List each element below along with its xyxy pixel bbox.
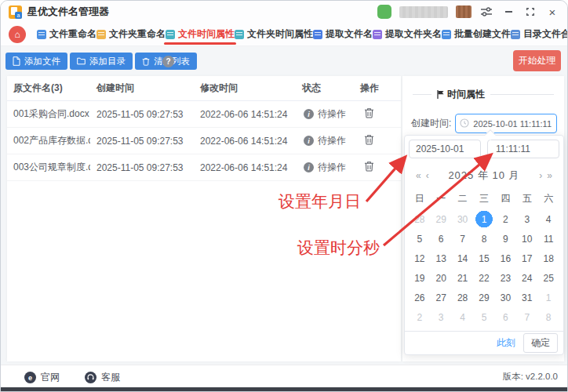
calendar-day[interactable]: 18: [537, 249, 559, 268]
tab[interactable]: 文件重命名: [37, 23, 96, 45]
status-cell: i 待操作: [296, 107, 354, 121]
calendar-day[interactable]: 3: [516, 209, 537, 229]
tab-label: 提取文件名: [326, 27, 373, 41]
calendar-day[interactable]: 22: [473, 268, 494, 288]
calendar-day[interactable]: 21: [452, 268, 473, 288]
tab[interactable]: 提取文件名: [313, 23, 373, 45]
website-link[interactable]: e 官网: [24, 371, 60, 384]
next-month-icon[interactable]: ›: [537, 170, 544, 181]
calendar-day[interactable]: 11: [537, 229, 559, 249]
table-row: 003公司规章制度.docx 2025-11-05 09:27:53 2022-…: [7, 154, 401, 181]
calendar-day[interactable]: 23: [495, 268, 516, 288]
tab-bar-list: 文件重命名 文件夹重命名 文件时间属性 文件夹时间属性 提取文件名 提取文件夹名…: [37, 23, 568, 45]
file-name-cell: 001采购合同.docx: [7, 107, 90, 121]
calendar-day[interactable]: 29: [473, 288, 494, 307]
status-cell: i 待操作: [296, 134, 354, 147]
calendar-day[interactable]: 7: [516, 307, 537, 327]
merge-extract-icon: [511, 30, 520, 39]
folder-time-icon: [235, 30, 244, 39]
now-link[interactable]: 此刻: [497, 336, 515, 350]
status-cell: i 待操作: [296, 161, 354, 174]
calendar-day[interactable]: 15: [473, 249, 494, 268]
prev-month-icon[interactable]: ‹: [424, 170, 431, 181]
calendar-day[interactable]: 4: [537, 209, 559, 229]
toolbar: 添加文件 添加目录 清空列表 ? 开始处理: [1, 46, 567, 76]
footer-bar: e 官网 客服: [1, 365, 567, 390]
weekday-label: 六: [537, 192, 559, 206]
status-badge: 待操作: [318, 134, 346, 147]
calendar-day[interactable]: 5: [409, 229, 430, 249]
close-button[interactable]: ×: [545, 5, 559, 19]
calendar-day[interactable]: 8: [473, 229, 494, 249]
next-year-icon[interactable]: »: [544, 170, 555, 181]
tab-label: 文件夹重命名: [109, 27, 166, 41]
maximize-button[interactable]: [523, 5, 537, 19]
tab[interactable]: 批量创建文件: [442, 23, 511, 45]
calendar-day[interactable]: 29: [431, 209, 452, 229]
calendar-weekdays: 日一二三四五六: [405, 192, 563, 206]
calendar-day[interactable]: 25: [537, 268, 559, 288]
calendar-day[interactable]: 10: [516, 229, 537, 249]
calendar-day[interactable]: 24: [516, 268, 537, 288]
tab[interactable]: 文件夹时间属性: [235, 23, 313, 45]
add-directory-button[interactable]: 添加目录: [70, 53, 133, 70]
calendar-day[interactable]: 5: [473, 307, 494, 327]
tab[interactable]: 目录文件合并/提取: [511, 23, 568, 45]
calendar-day[interactable]: 1: [537, 288, 559, 307]
calendar-day[interactable]: 16: [495, 249, 516, 268]
calendar-day[interactable]: 31: [516, 288, 537, 307]
calendar-day[interactable]: 6: [495, 307, 516, 327]
calendar-day[interactable]: 2: [495, 209, 516, 229]
calendar-day[interactable]: 19: [409, 268, 430, 288]
calendar-day[interactable]: 28: [452, 288, 473, 307]
minimize-button[interactable]: [501, 5, 515, 19]
add-file-button[interactable]: 添加文件: [5, 53, 67, 70]
calendar-day[interactable]: 9: [495, 229, 516, 249]
delete-icon[interactable]: [364, 107, 374, 118]
tab[interactable]: 提取文件夹名: [373, 23, 442, 45]
calendar-day[interactable]: 2: [409, 307, 430, 327]
calendar-day[interactable]: 26: [409, 288, 430, 307]
created-time-cell: 2025-11-05 09:27:53: [90, 162, 194, 173]
prev-year-icon[interactable]: «: [413, 170, 424, 181]
created-datetime-input[interactable]: [455, 114, 557, 133]
start-process-button[interactable]: 开始处理: [513, 50, 561, 71]
calendar-day[interactable]: 12: [409, 249, 430, 268]
support-link[interactable]: 客服: [85, 371, 120, 384]
delete-icon[interactable]: [364, 134, 374, 145]
app-window: 星优文件名管理器 × ⌂ 文件重命名 文件夹重命名: [0, 0, 568, 392]
delete-icon[interactable]: [364, 161, 374, 172]
calendar-day[interactable]: 4: [452, 307, 473, 327]
calendar-day[interactable]: 17: [516, 249, 537, 268]
user-name-blurred: [399, 6, 448, 18]
calendar-grid: 2829301234567891011121314151617181920212…: [405, 209, 563, 327]
settings-sliders-icon[interactable]: [479, 5, 493, 19]
user-avatar[interactable]: [377, 5, 391, 19]
time-input[interactable]: [487, 140, 559, 158]
calendar-day[interactable]: 13: [431, 249, 452, 268]
extract-file-name-icon: [313, 30, 322, 39]
tab-label: 文件时间属性: [178, 27, 235, 41]
home-icon[interactable]: ⌂: [9, 26, 26, 43]
picker-inputs: [405, 136, 563, 158]
date-input[interactable]: [409, 140, 481, 158]
help-icon[interactable]: ?: [162, 56, 174, 67]
calendar-day[interactable]: 14: [452, 249, 473, 268]
calendar-day[interactable]: 3: [431, 307, 452, 327]
created-time-field-row: 创建时间:: [411, 114, 564, 133]
calendar-day[interactable]: 6: [431, 229, 452, 249]
calendar-day[interactable]: 20: [431, 268, 452, 288]
website-icon: e: [24, 372, 36, 383]
calendar-day[interactable]: 1: [473, 209, 494, 229]
confirm-button[interactable]: 确定: [523, 333, 558, 353]
weekday-label: 二: [452, 192, 473, 206]
calendar-day[interactable]: 8: [537, 307, 559, 327]
tab[interactable]: 文件时间属性: [166, 23, 235, 45]
calendar-day[interactable]: 7: [452, 229, 473, 249]
calendar-day[interactable]: 28: [409, 209, 430, 229]
calendar-day[interactable]: 30: [495, 288, 516, 307]
table-row: 002产品库存数据.docx 2025-11-05 09:27:53 2022-…: [7, 128, 401, 154]
calendar-day[interactable]: 27: [431, 288, 452, 307]
calendar-day[interactable]: 30: [452, 209, 473, 229]
tab[interactable]: 文件夹重命名: [96, 23, 166, 45]
